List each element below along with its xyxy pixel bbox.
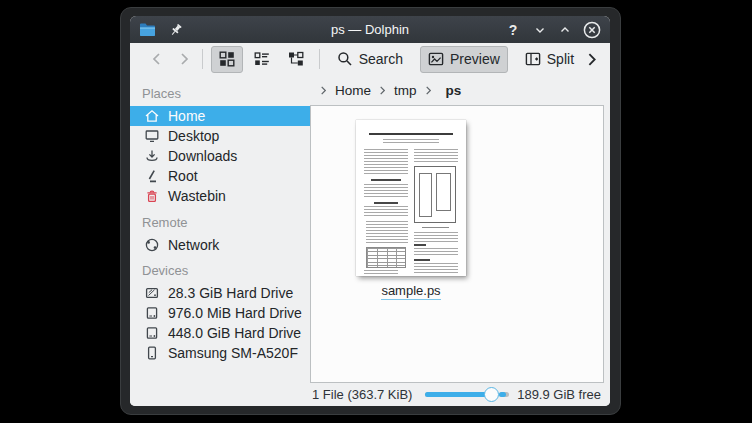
sidebar-item-label: Samsung SM-A520F xyxy=(168,345,298,361)
details-view-icon xyxy=(254,51,270,67)
close-icon[interactable] xyxy=(583,21,601,39)
file-count-label: 1 File (363.7 KiB) xyxy=(312,387,412,402)
sidebar-item-desktop[interactable]: Desktop xyxy=(130,126,310,146)
file-name-label[interactable]: sample.ps xyxy=(381,283,440,298)
wastebin-icon xyxy=(144,188,160,204)
back-button[interactable] xyxy=(146,46,167,72)
devices-section-header: Devices xyxy=(130,263,310,279)
sidebar-item-drive-28gib[interactable]: 28.3 GiB Hard Drive xyxy=(130,283,310,303)
preview-label: Preview xyxy=(450,51,500,67)
breadcrumb-separator-icon[interactable] xyxy=(424,85,433,96)
toolbar-separator xyxy=(202,49,203,69)
free-space-label: 189.9 GiB free xyxy=(517,387,601,402)
chevron-right-icon xyxy=(583,51,600,68)
sidebar-item-wastebin[interactable]: Wastebin xyxy=(130,186,310,206)
hard-drive-icon xyxy=(144,305,160,321)
sidebar-item-drive-448gib[interactable]: 448.0 GiB Hard Drive xyxy=(130,323,310,343)
sidebar-item-samsung-phone[interactable]: Samsung SM-A520F xyxy=(130,343,310,363)
sidebar-item-label: Downloads xyxy=(168,148,237,164)
search-label: Search xyxy=(359,51,403,67)
toolbar-overflow-button[interactable] xyxy=(581,46,602,72)
sidebar-item-root[interactable]: Root xyxy=(130,166,310,186)
sidebar-item-downloads[interactable]: Downloads xyxy=(130,146,310,166)
sidebar-item-label: Wastebin xyxy=(168,188,226,204)
breadcrumb: Home tmp ps xyxy=(310,75,610,105)
zoom-slider[interactable] xyxy=(425,392,486,397)
hard-drive-icon xyxy=(144,285,160,301)
icons-view-icon xyxy=(219,51,235,67)
preview-toggle-button[interactable]: Preview xyxy=(420,46,508,73)
maximize-icon[interactable] xyxy=(558,23,572,37)
toolbar-separator xyxy=(319,49,320,69)
desktop-background: ps — Dolphin ? xyxy=(0,0,752,423)
details-view-button[interactable] xyxy=(247,46,277,73)
main-toolbar: Search Preview Split xyxy=(130,43,610,75)
sidebar-item-drive-976mib[interactable]: 976.0 MiB Hard Drive xyxy=(130,303,310,323)
smartphone-icon xyxy=(144,345,160,361)
zoom-slider-handle[interactable] xyxy=(484,387,499,402)
breadcrumb-separator-icon[interactable] xyxy=(378,85,387,96)
preview-figure-graphic xyxy=(414,166,456,223)
dolphin-window: ps — Dolphin ? xyxy=(130,16,610,406)
hard-drive-icon xyxy=(144,325,160,341)
split-label: Split xyxy=(547,51,574,67)
chevron-left-icon xyxy=(149,51,165,67)
search-icon xyxy=(337,51,353,67)
status-bar: 1 File (363.7 KiB) 189.9 GiB free xyxy=(130,383,610,406)
sidebar-item-network[interactable]: Network xyxy=(130,235,310,255)
zoom-slider-fill xyxy=(425,392,491,397)
sidebar-item-home[interactable]: Home xyxy=(130,106,310,126)
breadcrumb-item-current[interactable]: ps xyxy=(446,83,462,98)
postscript-preview-thumbnail xyxy=(356,120,466,276)
sidebar-item-label: Desktop xyxy=(168,128,219,144)
places-panel: Places Home Desktop xyxy=(130,75,310,383)
desktop-icon xyxy=(144,128,160,144)
sidebar-item-label: Root xyxy=(168,168,198,184)
home-icon xyxy=(144,108,160,124)
forward-button[interactable] xyxy=(173,46,194,72)
downloads-icon xyxy=(144,148,160,164)
preview-table-graphic xyxy=(366,247,406,268)
sidebar-item-label: Network xyxy=(168,237,219,253)
icons-view-button[interactable] xyxy=(211,46,243,73)
tree-view-button[interactable] xyxy=(281,46,311,73)
help-button[interactable]: ? xyxy=(504,21,522,39)
chevron-right-icon xyxy=(176,51,192,67)
breadcrumb-item-tmp[interactable]: tmp xyxy=(394,83,417,98)
root-icon xyxy=(144,168,160,184)
split-button[interactable]: Split xyxy=(518,46,581,73)
titlebar[interactable]: ps — Dolphin ? xyxy=(130,16,610,43)
minimize-icon[interactable] xyxy=(533,23,547,37)
sidebar-item-label: Home xyxy=(168,108,205,124)
preview-icon xyxy=(428,51,444,67)
folder-view[interactable]: sample.ps xyxy=(310,105,604,383)
disk-usage-fill xyxy=(499,392,506,397)
breadcrumb-separator-icon[interactable] xyxy=(319,85,328,96)
breadcrumb-item-home[interactable]: Home xyxy=(335,83,371,98)
places-section-header: Places xyxy=(130,86,310,102)
file-item-sample-ps[interactable]: sample.ps xyxy=(335,120,487,299)
split-icon xyxy=(525,51,541,67)
sidebar-item-label: 28.3 GiB Hard Drive xyxy=(168,285,293,301)
tree-view-icon xyxy=(288,51,304,67)
sidebar-item-label: 448.0 GiB Hard Drive xyxy=(168,325,301,341)
disk-usage-bar xyxy=(499,392,509,397)
sidebar-item-label: 976.0 MiB Hard Drive xyxy=(168,305,302,321)
search-button[interactable]: Search xyxy=(330,46,410,73)
remote-section-header: Remote xyxy=(130,215,310,231)
network-icon xyxy=(144,237,160,253)
